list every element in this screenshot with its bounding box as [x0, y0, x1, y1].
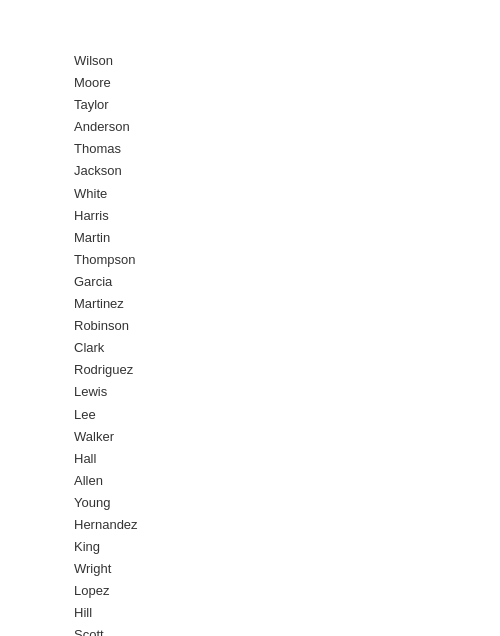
list-item: Scott: [74, 624, 500, 636]
list-item: Clark: [74, 337, 500, 359]
list-item: Moore: [74, 72, 500, 94]
list-item: Jackson: [74, 160, 500, 182]
names-list: WilsonMooreTaylorAndersonThomasJacksonWh…: [0, 0, 500, 636]
list-item: Young: [74, 492, 500, 514]
list-item: White: [74, 183, 500, 205]
list-item: Lopez: [74, 580, 500, 602]
list-item: Martin: [74, 227, 500, 249]
list-item: Anderson: [74, 116, 500, 138]
list-item: Robinson: [74, 315, 500, 337]
list-item: Rodriguez: [74, 359, 500, 381]
list-item: Wright: [74, 558, 500, 580]
list-item: Thomas: [74, 138, 500, 160]
list-item: Martinez: [74, 293, 500, 315]
list-item: Hall: [74, 448, 500, 470]
list-item: Harris: [74, 205, 500, 227]
list-item: Lewis: [74, 381, 500, 403]
list-item: Wilson: [74, 50, 500, 72]
list-item: Taylor: [74, 94, 500, 116]
list-item: Hill: [74, 602, 500, 624]
list-item: Thompson: [74, 249, 500, 271]
list-item: Allen: [74, 470, 500, 492]
list-item: Walker: [74, 426, 500, 448]
list-item: Lee: [74, 404, 500, 426]
list-item: King: [74, 536, 500, 558]
list-item: Garcia: [74, 271, 500, 293]
list-item: Hernandez: [74, 514, 500, 536]
